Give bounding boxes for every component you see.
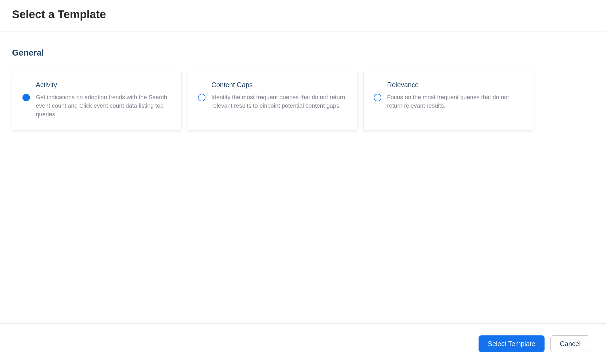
content-area: General Activity Get indications on adop…	[0, 32, 606, 323]
header: Select a Template	[0, 0, 606, 32]
card-body: Relevance Focus on the most frequent que…	[387, 81, 522, 110]
radio-selected-icon	[22, 94, 30, 101]
card-title: Activity	[36, 81, 171, 89]
select-template-button[interactable]: Select Template	[479, 335, 545, 352]
cancel-button[interactable]: Cancel	[550, 335, 590, 352]
page-title: Select a Template	[12, 8, 594, 21]
footer: Select Template Cancel	[0, 323, 606, 364]
card-title: Content Gaps	[211, 81, 346, 89]
template-card-grid: Activity Get indications on adoption tre…	[12, 71, 533, 131]
template-card-activity[interactable]: Activity Get indications on adoption tre…	[12, 71, 182, 131]
radio-unselected-icon	[198, 94, 205, 101]
card-description: Get indications on adoption trends with …	[36, 93, 171, 119]
radio-activity[interactable]	[22, 94, 30, 101]
template-card-relevance[interactable]: Relevance Focus on the most frequent que…	[363, 71, 533, 131]
template-card-content-gaps[interactable]: Content Gaps Identify the most frequent …	[188, 71, 357, 131]
radio-content-gaps[interactable]	[198, 94, 205, 101]
card-body: Activity Get indications on adoption tre…	[36, 81, 171, 119]
card-description: Identify the most frequent queries that …	[211, 93, 346, 110]
card-description: Focus on the most frequent queries that …	[387, 93, 522, 110]
section-heading: General	[12, 48, 594, 58]
card-title: Relevance	[387, 81, 522, 89]
card-body: Content Gaps Identify the most frequent …	[211, 81, 346, 110]
radio-relevance[interactable]	[374, 94, 381, 101]
radio-unselected-icon	[374, 94, 381, 101]
